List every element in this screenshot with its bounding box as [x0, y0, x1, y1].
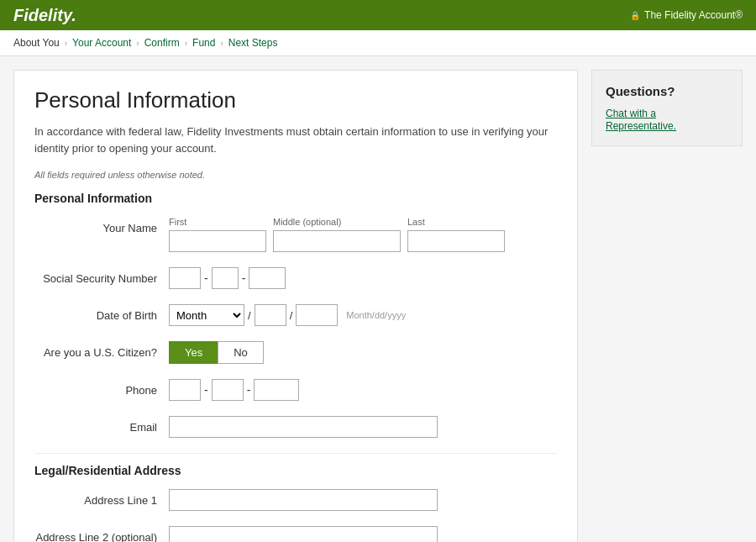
content: Personal Information In accordance with …	[0, 56, 756, 542]
breadcrumb: About You › Your Account › Confirm › Fun…	[0, 30, 756, 56]
your-name-field: First Middle (optional) Last	[169, 217, 557, 252]
phone-prefix[interactable]	[212, 379, 244, 401]
first-name-input[interactable]	[169, 230, 266, 252]
yes-button[interactable]: Yes	[169, 341, 218, 364]
breadcrumb-fund[interactable]: Fund	[192, 37, 215, 49]
ssn-part3[interactable]	[249, 267, 286, 289]
middle-col-header: Middle (optional)	[273, 217, 401, 227]
breadcrumb-sep-3: ›	[185, 39, 187, 48]
address1-label: Address Line 1	[34, 489, 169, 507]
ssn-part2[interactable]	[212, 267, 239, 289]
dob-year-input[interactable]	[296, 304, 338, 326]
ssn-row: Social Security Number - -	[34, 267, 557, 289]
phone-row: Phone - -	[34, 379, 557, 401]
required-note: All fields required unless otherwise not…	[34, 170, 557, 180]
dob-slash-1: /	[248, 309, 251, 322]
email-input[interactable]	[169, 416, 438, 438]
phone-area[interactable]	[169, 379, 201, 401]
main-panel: Personal Information In accordance with …	[13, 70, 578, 542]
page-description: In accordance with federal law, Fidelity…	[34, 124, 557, 156]
email-field	[169, 416, 557, 438]
last-name-input[interactable]	[407, 230, 505, 252]
dob-month-select[interactable]: MonthJanuaryFebruaryMarchAprilMayJuneJul…	[169, 304, 244, 326]
breadcrumb-confirm[interactable]: Confirm	[144, 37, 180, 49]
name-inputs	[169, 230, 557, 252]
breadcrumb-your-account[interactable]: Your Account	[72, 37, 131, 49]
ssn-dash-2: -	[242, 271, 246, 285]
ssn-label: Social Security Number	[34, 267, 169, 285]
your-name-row: Your Name First Middle (optional) Last	[34, 217, 557, 252]
phone-label: Phone	[34, 379, 169, 397]
first-col-header: First	[169, 217, 266, 227]
address1-row: Address Line 1	[34, 489, 557, 511]
address1-field	[169, 489, 557, 511]
no-button[interactable]: No	[218, 341, 264, 364]
personal-section-title: Personal Information	[34, 192, 557, 205]
page-title: Personal Information	[34, 87, 557, 113]
ssn-dash-1: -	[204, 271, 208, 285]
address2-label: Address Line 2 (optional)	[34, 526, 169, 542]
address1-input[interactable]	[169, 489, 438, 511]
phone-dash-2: -	[247, 383, 251, 397]
dob-slash-2: /	[290, 309, 293, 322]
middle-name-input[interactable]	[273, 230, 401, 252]
citizenship-toggle: Yes No	[169, 341, 557, 364]
ssn-part1[interactable]	[169, 267, 201, 289]
name-col-headers: First Middle (optional) Last	[169, 217, 557, 227]
email-label: Email	[34, 416, 169, 434]
breadcrumb-next-steps[interactable]: Next Steps	[228, 37, 278, 49]
dob-field: MonthJanuaryFebruaryMarchAprilMayJuneJul…	[169, 304, 557, 326]
questions-title: Questions?	[606, 84, 728, 98]
breadcrumb-sep-4: ›	[220, 39, 223, 48]
dob-hint: Month/dd/yyyy	[346, 310, 406, 320]
account-label: The Fidelity Account®	[630, 9, 743, 21]
header: Fidelity. The Fidelity Account®	[0, 0, 756, 30]
breadcrumb-sep-1: ›	[65, 39, 67, 48]
address-section-title: Legal/Residential Address	[34, 453, 557, 477]
phone-field: - -	[169, 379, 557, 401]
address2-row: Address Line 2 (optional)	[34, 526, 557, 542]
last-col-header: Last	[407, 217, 505, 227]
phone-number[interactable]	[254, 379, 299, 401]
questions-box: Questions? Chat with a Representative.	[591, 70, 743, 146]
citizenship-field: Yes No	[169, 341, 557, 364]
citizenship-row: Are you a U.S. Citizen? Yes No	[34, 341, 557, 364]
fidelity-logo: Fidelity.	[13, 6, 76, 25]
address2-input[interactable]	[169, 526, 438, 542]
your-name-label: Your Name	[34, 217, 169, 234]
dob-day-input[interactable]	[255, 304, 286, 326]
email-row: Email	[34, 416, 557, 438]
address2-field	[169, 526, 557, 542]
ssn-field: - -	[169, 267, 557, 289]
sidebar: Questions? Chat with a Representative.	[591, 70, 743, 542]
citizenship-label: Are you a U.S. Citizen?	[34, 341, 169, 359]
phone-dash-1: -	[204, 383, 208, 397]
breadcrumb-about-you[interactable]: About You	[13, 37, 60, 49]
phone-group: - -	[169, 379, 557, 401]
dob-label: Date of Birth	[34, 304, 169, 322]
chat-link[interactable]: Chat with a Representative.	[606, 108, 676, 132]
ssn-group: - -	[169, 267, 557, 289]
dob-row: Date of Birth MonthJanuaryFebruaryMarchA…	[34, 304, 557, 326]
breadcrumb-sep-2: ›	[136, 39, 139, 48]
dob-group: MonthJanuaryFebruaryMarchAprilMayJuneJul…	[169, 304, 557, 326]
